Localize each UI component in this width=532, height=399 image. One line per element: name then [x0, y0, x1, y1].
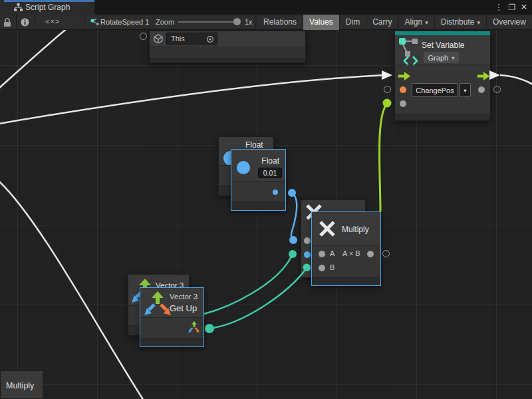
set-variable-node[interactable]: Set Variable Graph ▾ ChangePos ▾ [394, 31, 491, 121]
float-title: Float [261, 156, 279, 166]
vector3-mini-icon [188, 321, 200, 333]
graph-hierarchy-icon [14, 3, 23, 11]
multiply-node[interactable]: Multiply A A × B B [311, 211, 381, 286]
gameobject-field-value: This [171, 35, 185, 43]
cube-icon [154, 34, 163, 43]
variable-name-dropdown[interactable]: ChangePos ▾ [412, 83, 471, 97]
float-strip [231, 201, 285, 210]
set-variable-output-port[interactable] [478, 86, 485, 93]
multiply-output-label: A × B [342, 249, 360, 257]
multiply-corner-node[interactable]: Multiply [0, 370, 43, 399]
gameobject-field[interactable]: This [166, 33, 217, 45]
relations-button[interactable]: Relations [257, 15, 303, 30]
float-type-icon [237, 161, 250, 174]
variable-name-value: ChangePos [412, 83, 458, 97]
set-variable-title: Set Variable [422, 41, 464, 50]
float-node[interactable]: Float 0.01 [231, 149, 286, 211]
lock-icon[interactable] [3, 18, 11, 27]
multiply-x-icon [318, 219, 336, 238]
set-variable-header: Set Variable Graph ▾ [395, 35, 490, 65]
multiply-output-port[interactable] [367, 251, 374, 257]
window-close-icon[interactable]: ✕ [519, 1, 529, 14]
dropdown-arrow-icon: ▾ [452, 55, 454, 61]
set-variable-icon [399, 38, 420, 66]
align-dropdown-button[interactable]: Align▾ [398, 15, 434, 30]
vector-header: Vector 3 Get Up [140, 288, 203, 317]
window-menu-icon[interactable]: ⋮ [493, 1, 504, 14]
flow-out-port[interactable] [477, 72, 489, 80]
unity-visual-scripting-window: This Float Float 0.01 [0, 0, 532, 399]
distribute-dropdown-button[interactable]: Distribute▾ [434, 15, 486, 30]
vector-strip [140, 338, 203, 346]
zoom-slider-knob[interactable] [233, 18, 241, 25]
float-value-field[interactable]: 0.01 [258, 168, 282, 178]
graph-reference-icon [90, 18, 99, 26]
multiply-input-b-label: B [330, 263, 334, 271]
multiply-corner-title: Multiply [6, 381, 34, 390]
tab-bar: Script Graph ⋮ ❐ ✕ [0, 0, 532, 15]
dropdown-arrow-icon: ▾ [464, 87, 466, 94]
vector-subtitle: Get Up [170, 303, 197, 313]
tab-script-graph[interactable]: Script Graph [0, 0, 94, 15]
object-picker-icon[interactable] [206, 35, 214, 43]
set-variable-right-outer-port[interactable] [493, 86, 501, 93]
multiply-input-a-port[interactable] [319, 251, 325, 257]
multiply-back-port-3[interactable] [304, 265, 311, 271]
this-node-output-port[interactable] [140, 33, 147, 40]
float-output-port[interactable] [273, 190, 278, 195]
flow-in-port[interactable] [398, 72, 410, 80]
toolbar-buttons: Relations Values Dim Carry Align▾ Distri… [257, 15, 532, 30]
set-variable-value-port[interactable] [400, 100, 406, 107]
this-node-strip [150, 58, 305, 63]
vector-title: Vector 3 [170, 293, 198, 301]
dropdown-arrow-icon: ▾ [425, 19, 428, 26]
this-node-body [150, 46, 305, 59]
multiply-input-a-label: A [330, 249, 334, 257]
set-variable-strip [395, 114, 490, 120]
overview-button[interactable]: Overview [486, 15, 532, 30]
window-maximize-icon[interactable]: ❐ [507, 1, 517, 14]
variable-name-dropdown-arrow[interactable]: ▾ [460, 83, 471, 97]
zoom-label: Zoom [156, 18, 174, 26]
variable-kind-dropdown[interactable]: Graph ▾ [424, 52, 459, 63]
vector3-icon [144, 290, 172, 317]
set-variable-left-outer-port[interactable] [384, 86, 391, 93]
multiply-input-b-port[interactable] [319, 265, 325, 271]
multiply-back-port-1[interactable] [304, 237, 311, 244]
vector3-getup-node[interactable]: Vector 3 Get Up [140, 287, 204, 347]
graph-breadcrumb[interactable]: RotateSpeed 1 [100, 18, 149, 26]
multiply-strip [312, 277, 380, 285]
multiply-title: Multiply [342, 225, 369, 234]
info-icon[interactable] [21, 18, 29, 27]
values-button[interactable]: Values [303, 15, 339, 30]
code-view-icon[interactable]: <×> [45, 17, 60, 25]
variable-name-port[interactable] [400, 86, 406, 93]
carry-button[interactable]: Carry [366, 15, 398, 30]
this-node[interactable]: This [149, 31, 306, 63]
variable-kind-value: Graph [428, 54, 449, 62]
multiply-header: Multiply [312, 212, 380, 245]
multiply-back-port-2[interactable] [304, 251, 311, 258]
this-node-header: This [150, 31, 305, 46]
zoom-value: 1x [245, 18, 253, 26]
float-back-title: Float [245, 140, 263, 150]
zoom-slider-track[interactable] [178, 21, 240, 23]
active-tab-indicator [4, 0, 94, 2]
dropdown-arrow-icon: ▾ [477, 19, 480, 26]
dim-button[interactable]: Dim [339, 15, 366, 30]
multiply-output-outer-port[interactable] [382, 250, 390, 257]
float-header: Float 0.01 [231, 150, 285, 181]
tab-title: Script Graph [25, 3, 70, 12]
